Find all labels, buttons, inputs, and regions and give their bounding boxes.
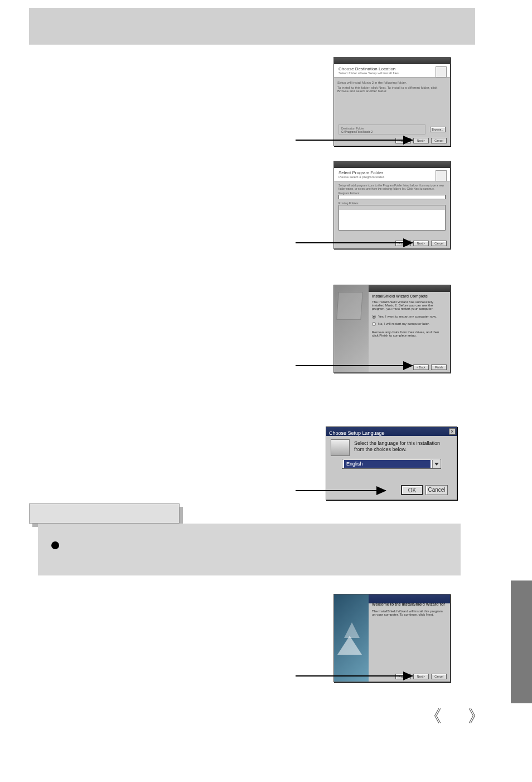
close-icon[interactable]: × xyxy=(449,428,456,435)
language-selected: English xyxy=(344,460,431,468)
dest-folder-path: C:\Program Files\Music 2 xyxy=(341,130,423,133)
arrow-4 xyxy=(296,490,386,491)
bracket-left: 《 xyxy=(425,707,443,725)
next-button[interactable]: Next > xyxy=(413,138,429,143)
dialog-text: Setup will add program icons to the Prog… xyxy=(338,184,446,190)
dialog-titlebar xyxy=(334,57,450,64)
wizard-icon xyxy=(436,66,447,78)
page-number: 《 》 xyxy=(425,705,486,728)
back-button[interactable]: < Back xyxy=(413,364,429,370)
cancel-button[interactable]: Cancel xyxy=(431,674,447,679)
chevron-down-icon[interactable] xyxy=(432,460,440,468)
notice-label xyxy=(29,503,180,524)
dialog-body: Setup will add program icons to the Prog… xyxy=(334,181,450,233)
dialog-heading: Welcome to the InstallShield Wizard for xyxy=(372,602,446,606)
dialog-destination: Choose Destination Location Select folde… xyxy=(333,57,451,146)
browse-button[interactable]: Browse... xyxy=(430,127,446,132)
dialog-heading: Choose Destination Location xyxy=(338,66,446,71)
arrow-1 xyxy=(296,140,413,141)
list-item[interactable] xyxy=(339,210,445,214)
next-button[interactable]: Next > xyxy=(413,241,429,246)
dialog-titlebar: Choose Setup Language × xyxy=(326,427,457,436)
wizard-side-graphic xyxy=(334,594,369,682)
dialog-text-1: Setup will install Music 2 in the follow… xyxy=(337,81,447,84)
list-item[interactable] xyxy=(339,205,445,210)
radio-restart-now[interactable] xyxy=(372,315,376,319)
dialog-subtitle: Please select a program folder. xyxy=(338,175,446,179)
program-folder-input[interactable] xyxy=(338,195,446,199)
radio-restart-later[interactable] xyxy=(372,322,376,326)
language-select[interactable]: English xyxy=(342,459,441,469)
page-header-bar xyxy=(29,8,475,45)
dialog-text-1: The InstallShield Wizard has successfull… xyxy=(372,300,446,310)
bracket-right: 》 xyxy=(468,707,486,725)
dialog-titlebar xyxy=(334,161,450,168)
dialog-subhead: Choose Destination Location Select folde… xyxy=(334,64,450,78)
list-item[interactable] xyxy=(339,214,445,218)
dialog-title: Choose Setup Language xyxy=(326,430,385,436)
cancel-button[interactable]: Cancel xyxy=(431,241,447,246)
dialog-text: The InstallShield Wizard will install th… xyxy=(372,610,446,616)
dialog-text-2: Remove any disks from their drives, and … xyxy=(372,330,446,337)
radio-label: Yes, I want to restart my computer now. xyxy=(378,315,437,318)
dialog-subhead: Select Program Folder Please select a pr… xyxy=(334,168,450,181)
dialog-subtitle: Select folder where Setup will install f… xyxy=(338,71,446,75)
arrow-5 xyxy=(296,675,413,677)
bullet-icon xyxy=(51,541,59,549)
list-item[interactable] xyxy=(339,218,445,222)
dialog-message: Select the language for this installatio… xyxy=(354,440,451,453)
dialog-choose-language: Choose Setup Language × Select the langu… xyxy=(326,426,457,500)
next-button[interactable]: Next > xyxy=(413,674,429,679)
side-tab xyxy=(511,580,532,703)
dialog-wizard-complete: InstallShield Wizard Complete The Instal… xyxy=(333,285,451,373)
dialog-text-2: To install to this folder, click Next. T… xyxy=(337,86,447,93)
wizard-side-graphic xyxy=(334,285,369,372)
dialog-heading: InstallShield Wizard Complete xyxy=(372,294,446,298)
cancel-button[interactable]: Cancel xyxy=(431,138,447,143)
dialog-body: Setup will install Music 2 in the follow… xyxy=(334,78,450,96)
wizard-icon xyxy=(436,170,447,181)
arrow-3 xyxy=(296,365,413,366)
dialog-heading: Select Program Folder xyxy=(338,170,446,175)
ok-button[interactable]: OK xyxy=(401,485,423,495)
existing-folders-list[interactable] xyxy=(338,205,446,231)
dialog-welcome-wizard: Welcome to the InstallShield Wizard for … xyxy=(333,594,451,682)
setup-icon xyxy=(331,439,350,456)
arrow-2 xyxy=(296,242,413,243)
dialog-program-folder: Select Program Folder Please select a pr… xyxy=(333,161,451,249)
radio-label: No, I will restart my computer later. xyxy=(378,322,429,325)
notice-box xyxy=(38,524,461,575)
cancel-button[interactable]: Cancel xyxy=(425,485,448,495)
finish-button[interactable]: Finish xyxy=(431,364,447,370)
